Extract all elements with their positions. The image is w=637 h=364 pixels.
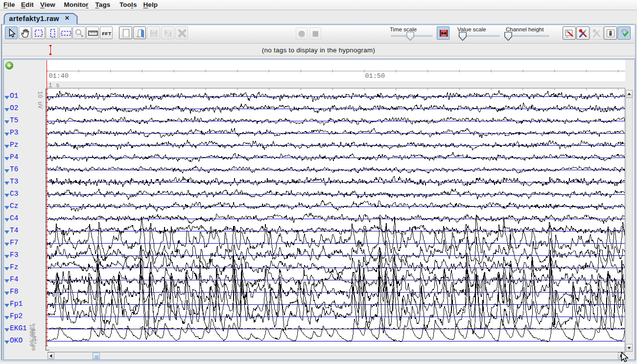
- svg-text:01:50: 01:50: [365, 72, 385, 80]
- svg-text:01:40: 01:40: [49, 72, 69, 80]
- svg-text:FFT: FFT: [102, 31, 111, 36]
